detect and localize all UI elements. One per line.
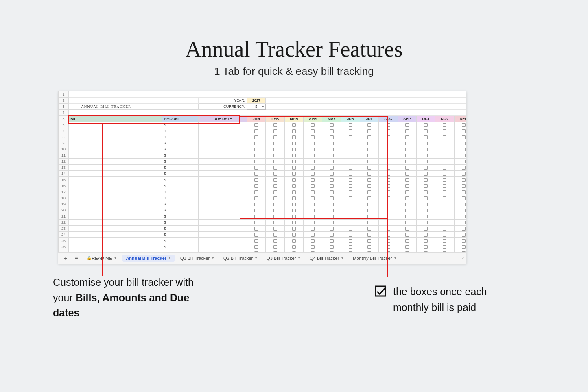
due-date-cell[interactable] [199, 232, 247, 238]
month-checkbox-cell[interactable] [398, 128, 416, 134]
checkbox-icon[interactable] [367, 184, 371, 188]
month-checkbox-cell[interactable] [360, 201, 379, 207]
checkbox-icon[interactable] [367, 142, 371, 145]
sheet-tab-q1-bill-tracker[interactable]: Q1 Bill Tracker▼ [177, 255, 218, 262]
month-checkbox-cell[interactable] [322, 165, 341, 171]
month-checkbox-cell[interactable] [360, 183, 379, 189]
month-checkbox-cell[interactable] [284, 244, 303, 250]
month-checkbox-cell[interactable] [341, 171, 360, 177]
bill-cell[interactable] [69, 152, 162, 159]
bill-cell[interactable] [69, 213, 162, 220]
checkbox-icon[interactable] [254, 209, 258, 212]
month-checkbox-cell[interactable] [284, 195, 303, 201]
month-checkbox-cell[interactable] [341, 207, 360, 213]
month-checkbox-cell[interactable] [416, 159, 435, 165]
checkbox-icon[interactable] [273, 221, 277, 224]
checkbox-icon[interactable] [405, 215, 409, 218]
month-checkbox-cell[interactable] [435, 134, 454, 140]
checkbox-icon[interactable] [443, 196, 446, 200]
month-checkbox-cell[interactable] [360, 165, 379, 171]
month-checkbox-cell[interactable] [266, 122, 284, 128]
month-checkbox-cell[interactable] [266, 152, 284, 159]
checkbox-icon[interactable] [387, 196, 390, 200]
all-sheets-button[interactable]: ≡ [73, 255, 79, 261]
amount-cell[interactable]: $ [162, 122, 198, 128]
month-checkbox-cell[interactable] [247, 189, 266, 195]
checkbox-icon[interactable] [349, 154, 352, 157]
month-checkbox-cell[interactable] [341, 159, 360, 165]
checkbox-icon[interactable] [349, 190, 352, 194]
due-date-cell[interactable] [199, 165, 247, 171]
month-checkbox-cell[interactable] [284, 177, 303, 183]
checkbox-icon[interactable] [405, 203, 409, 206]
month-checkbox-cell[interactable] [398, 207, 416, 213]
amount-cell[interactable]: $ [162, 201, 198, 207]
month-checkbox-cell[interactable] [416, 189, 435, 195]
checkbox-icon[interactable] [367, 203, 371, 206]
checkbox-icon[interactable] [367, 215, 371, 218]
month-checkbox-cell[interactable] [416, 195, 435, 201]
month-checkbox-cell[interactable] [341, 201, 360, 207]
checkbox-icon[interactable] [443, 190, 446, 194]
month-checkbox-cell[interactable] [266, 134, 284, 140]
month-checkbox-cell[interactable] [454, 226, 466, 232]
month-checkbox-cell[interactable] [341, 152, 360, 159]
month-checkbox-cell[interactable] [304, 220, 322, 226]
month-checkbox-cell[interactable] [435, 226, 454, 232]
month-checkbox-cell[interactable] [379, 165, 398, 171]
checkbox-icon[interactable] [292, 160, 296, 163]
month-checkbox-cell[interactable] [416, 213, 435, 220]
checkbox-icon[interactable] [424, 142, 428, 145]
month-checkbox-cell[interactable] [341, 140, 360, 146]
checkbox-icon[interactable] [254, 148, 258, 151]
checkbox-icon[interactable] [349, 239, 352, 243]
checkbox-icon[interactable] [367, 154, 371, 157]
checkbox-icon[interactable] [424, 227, 428, 231]
checkbox-icon[interactable] [349, 245, 352, 249]
month-checkbox-cell[interactable] [284, 226, 303, 232]
month-checkbox-cell[interactable] [360, 226, 379, 232]
checkbox-icon[interactable] [405, 227, 409, 231]
month-checkbox-cell[interactable] [322, 226, 341, 232]
month-checkbox-cell[interactable] [322, 244, 341, 250]
checkbox-icon[interactable] [443, 148, 446, 151]
month-checkbox-cell[interactable] [435, 238, 454, 244]
sheet-tab-monthly-bill-tracker[interactable]: Monthly Bill Tracker▼ [350, 255, 400, 262]
checkbox-icon[interactable] [311, 172, 315, 176]
checkbox-icon[interactable] [330, 184, 334, 188]
checkbox-icon[interactable] [349, 123, 352, 127]
bill-cell[interactable] [69, 226, 162, 232]
bill-cell[interactable] [69, 238, 162, 244]
due-date-cell[interactable] [199, 152, 247, 159]
checkbox-icon[interactable] [330, 215, 334, 218]
sheet-tab-annual-bill-tracker[interactable]: Annual Bill Tracker▼ [122, 255, 175, 262]
month-checkbox-cell[interactable] [304, 159, 322, 165]
month-checkbox-cell[interactable] [379, 244, 398, 250]
month-checkbox-cell[interactable] [304, 207, 322, 213]
month-checkbox-cell[interactable] [435, 140, 454, 146]
month-checkbox-cell[interactable] [322, 134, 341, 140]
month-checkbox-cell[interactable] [454, 238, 466, 244]
month-checkbox-cell[interactable] [284, 189, 303, 195]
chevron-down-icon[interactable]: ▼ [211, 256, 214, 260]
month-checkbox-cell[interactable] [266, 140, 284, 146]
month-checkbox-cell[interactable] [398, 146, 416, 152]
sheet-tab-read-me[interactable]: 🔒READ ME▼ [83, 255, 120, 262]
checkbox-icon[interactable] [254, 233, 258, 237]
due-date-cell[interactable] [199, 189, 247, 195]
checkbox-icon[interactable] [311, 148, 315, 151]
month-checkbox-cell[interactable] [341, 122, 360, 128]
checkbox-icon[interactable] [405, 196, 409, 200]
checkbox-icon[interactable] [462, 142, 466, 145]
checkbox-icon[interactable] [254, 154, 258, 157]
checkbox-icon[interactable] [424, 148, 428, 151]
amount-cell[interactable]: $ [162, 244, 198, 250]
checkbox-icon[interactable] [292, 154, 296, 157]
checkbox-icon[interactable] [311, 233, 315, 237]
month-checkbox-cell[interactable] [247, 134, 266, 140]
month-checkbox-cell[interactable] [304, 238, 322, 244]
month-checkbox-cell[interactable] [284, 122, 303, 128]
month-checkbox-cell[interactable] [322, 122, 341, 128]
month-checkbox-cell[interactable] [341, 220, 360, 226]
bill-cell[interactable] [69, 207, 162, 213]
